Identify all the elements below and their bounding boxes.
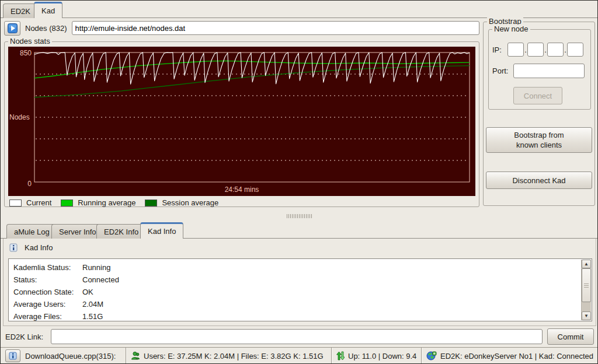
- bootstrap-known-clients-button[interactable]: Bootstrap from known clients: [486, 127, 592, 153]
- info-row: Kademlia Status: Running: [13, 261, 578, 274]
- info-icon: [9, 352, 17, 360]
- info-row-value: Connected: [82, 275, 119, 284]
- info-row-value: OK: [82, 288, 93, 296]
- legend-label-session-average: Session average: [162, 198, 218, 207]
- nodes-stats-group: Nodes stats 850 Nodes 0 24:54 mins Curre…: [4, 41, 479, 207]
- legend-swatch-current: [9, 200, 22, 206]
- legend-swatch-running-average: [61, 200, 73, 206]
- info-row-value: 2.04M: [82, 300, 103, 309]
- bootstrap-known-clients-label: Bootstrap from known clients: [514, 130, 564, 150]
- info-row-value: Running: [82, 263, 110, 272]
- status-speed-segment: Up: 11.0 | Down: 9.4: [331, 348, 421, 364]
- users-icon: [131, 351, 140, 360]
- bootstrap-group: Bootstrap New node IP: . . . Port: Conne…: [483, 22, 595, 206]
- legend-label-current: Current: [26, 198, 51, 207]
- tab-kad-label: Kad: [41, 6, 55, 15]
- disconnect-kad-label: Disconnect Kad: [512, 176, 565, 185]
- chart-legend: Current Running average Session average: [9, 198, 224, 207]
- status-speed-text: Up: 11.0 | Down: 9.4: [348, 352, 416, 360]
- tab-server-info-label: Server Info: [59, 228, 96, 236]
- play-download-icon: [8, 23, 18, 33]
- ed2k-link-label: ED2K Link:: [5, 332, 51, 341]
- legend-label-running-average: Running average: [78, 198, 135, 207]
- legend-swatch-session-average: [145, 200, 157, 206]
- ip-octet-3-input[interactable]: [547, 43, 564, 57]
- info-row: Average Users: 2.04M: [13, 298, 578, 310]
- nodes-url-input[interactable]: [72, 21, 479, 35]
- nodes-count-label: Nodes (832): [25, 24, 67, 33]
- scroll-up-icon[interactable]: ▲: [582, 260, 591, 268]
- bootstrap-line1: Bootstrap from: [514, 130, 564, 140]
- scroll-down-icon[interactable]: ▼: [582, 312, 591, 320]
- disconnect-kad-button[interactable]: Disconnect Kad: [486, 172, 592, 189]
- info-tabstrip: aMule Log Server Info ED2K Info Kad Info: [1, 221, 598, 239]
- kad-page: Nodes (832) Nodes stats 850 Nodes 0 24:5…: [1, 18, 598, 211]
- network-globe-icon: [426, 351, 437, 360]
- info-icon: [9, 243, 18, 252]
- tab-kad[interactable]: Kad: [34, 2, 62, 18]
- port-label: Port:: [492, 66, 513, 75]
- status-users-segment: Users: E: 37.25M K: 2.04M | Files: E: 3.…: [126, 348, 331, 364]
- update-nodes-button[interactable]: [4, 21, 20, 36]
- kad-info-panel: Kademlia Status: Running Status: Connect…: [8, 258, 592, 321]
- tab-ed2k-info-label: ED2K Info: [104, 228, 138, 236]
- tab-ed2k-label: ED2K: [11, 7, 30, 16]
- info-row-label: Connection State:: [13, 288, 82, 296]
- info-row-label: Status:: [13, 275, 82, 284]
- horizontal-splitter[interactable]: [1, 211, 598, 221]
- x-axis-label: 24:54 mins: [8, 186, 475, 194]
- log-info-button[interactable]: [5, 349, 20, 362]
- info-row: Connection State: OK: [13, 286, 578, 298]
- tab-ed2k[interactable]: ED2K: [3, 4, 38, 18]
- commit-button[interactable]: Commit: [547, 328, 594, 345]
- nodes-chart-svg: [8, 47, 475, 196]
- status-users-text: Users: E: 37.25M K: 2.04M | Files: E: 3.…: [144, 352, 324, 360]
- main-tabstrip: ED2K Kad: [1, 1, 597, 18]
- info-row-label: Kademlia Status:: [13, 263, 82, 272]
- status-log-segment: DownloadQueue.cpp(315):: [1, 348, 126, 364]
- kad-info-header: Kad Info: [9, 243, 53, 252]
- info-row-label: Average Files:: [13, 312, 82, 321]
- kad-info-rows: Kademlia Status: Running Status: Connect…: [13, 261, 578, 323]
- info-row-value: 1.51G: [82, 312, 103, 321]
- ip-octet-2-input[interactable]: [527, 43, 544, 57]
- nodes-chart: 850 Nodes 0 24:54 mins: [8, 47, 475, 196]
- ip-label: IP:: [492, 46, 507, 54]
- ip-octet-4-input[interactable]: [567, 43, 583, 57]
- port-input[interactable]: [513, 64, 585, 78]
- status-network-text: ED2K: eDonkeyServer No1 | Kad: Connected: [440, 352, 593, 360]
- kad-info-page: Kad Info Kademlia Status: Running Status…: [3, 239, 596, 326]
- connect-button-label: Connect: [524, 92, 552, 100]
- nodes-url-row: Nodes (832): [4, 20, 479, 36]
- status-network-segment: ED2K: eDonkeyServer No1 | Kad: Connected: [421, 348, 598, 364]
- tab-amule-log-label: aMule Log: [14, 228, 50, 236]
- kad-info-title: Kad Info: [25, 243, 53, 252]
- new-node-group-label: New node: [492, 24, 530, 33]
- ip-octet-1-input[interactable]: [507, 43, 524, 57]
- new-node-group: New node IP: . . . Port: Connect: [488, 29, 591, 110]
- y-axis-title: Nodes: [9, 113, 30, 121]
- splitter-grip-icon: [287, 214, 312, 218]
- port-row: Port:: [492, 64, 585, 78]
- info-row-label: Average Users:: [13, 300, 82, 309]
- info-row: Average Files: 1.51G: [13, 310, 578, 323]
- ip-row: IP: . . .: [492, 43, 583, 57]
- y-axis-max-label: 850: [8, 49, 32, 57]
- connect-button[interactable]: Connect: [513, 87, 562, 104]
- up-down-arrows-icon: [336, 351, 345, 360]
- tab-amule-log[interactable]: aMule Log: [6, 224, 57, 239]
- scrollbar-thumb[interactable]: [582, 268, 591, 302]
- info-row: Status: Connected: [13, 274, 578, 286]
- nodes-stats-group-label: Nodes stats: [8, 37, 52, 46]
- status-log-text: DownloadQueue.cpp(315):: [25, 352, 116, 360]
- ed2k-link-row: ED2K Link: Commit: [1, 326, 598, 347]
- ed2k-link-input[interactable]: [51, 329, 543, 344]
- commit-button-label: Commit: [558, 332, 584, 341]
- tab-ed2k-info[interactable]: ED2K Info: [96, 224, 146, 239]
- tab-kad-info[interactable]: Kad Info: [140, 222, 183, 239]
- info-scrollbar[interactable]: ▲ ▼: [581, 260, 591, 320]
- status-bar: DownloadQueue.cpp(315): Users: E: 37.25M…: [1, 347, 598, 364]
- bootstrap-line2: known clients: [514, 140, 564, 150]
- tab-kad-info-label: Kad Info: [148, 227, 176, 236]
